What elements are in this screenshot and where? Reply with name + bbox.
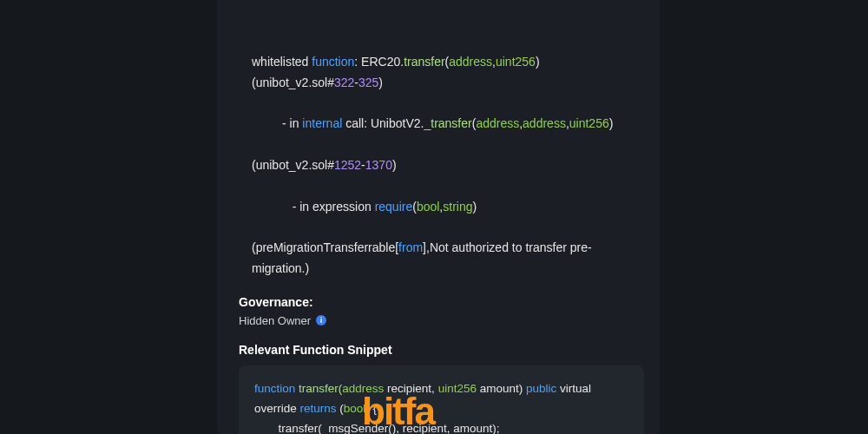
text: - in expression	[272, 200, 374, 214]
method-name: _transfer	[424, 116, 471, 130]
text: call: UnibotV2.	[342, 116, 424, 130]
code-snippet: function transfer(address recipient, uin…	[239, 365, 644, 434]
keyword-require: require	[375, 200, 413, 214]
paren: )	[609, 116, 614, 130]
trace-line-1: whitelisted function: ERC20.transfer(add…	[252, 52, 634, 73]
governance-heading: Governance:	[239, 295, 660, 309]
line-number: 322	[334, 76, 354, 89]
paren: )	[378, 76, 383, 89]
type-bool: bool	[417, 200, 439, 214]
keyword-function: function	[312, 55, 354, 69]
code-line-2: _transfer(_msgSender(), recipient, amoun…	[254, 419, 628, 434]
method-name: transfer	[404, 55, 444, 69]
type-uint256: uint256	[438, 382, 477, 395]
trace-line-6: (preMigrationTransferrable[from],Not aut…	[252, 238, 634, 279]
paren: )	[536, 55, 540, 69]
line-number: 1370	[365, 158, 392, 172]
text: : ERC20.	[354, 55, 404, 69]
line-number: 325	[358, 76, 378, 89]
var-from: from	[398, 240, 423, 254]
text: whitelisted	[252, 55, 312, 69]
paren: (	[337, 402, 344, 415]
type-uint256: uint256	[569, 116, 609, 130]
keyword-public: public	[526, 382, 556, 395]
bitfa-logo: bitfa	[362, 392, 434, 431]
trace-line-2: (unibot_v2.sol#322-325)	[252, 73, 634, 94]
trace-line-3: - in internal call: UnibotV2._transfer(a…	[252, 94, 634, 155]
trace-line-5: - in expression require(bool,string)	[252, 176, 634, 238]
snippet-heading: Relevant Function Snippet	[239, 343, 660, 357]
line-number: 1252	[334, 158, 361, 172]
keyword-returns: returns	[300, 402, 337, 415]
text: (unibot_v2.sol#	[252, 76, 334, 89]
type-address: address	[476, 116, 519, 130]
trace-block: whitelisted function: ERC20.transfer(add…	[217, 0, 660, 279]
text: - in	[272, 116, 302, 130]
governance-value: Hidden Owner	[239, 314, 311, 327]
code-line-1: function transfer(address recipient, uin…	[254, 379, 628, 419]
keyword-internal: internal	[302, 116, 342, 130]
keyword-function: function	[254, 382, 295, 395]
param: amount)	[477, 382, 526, 395]
type-address: address	[449, 55, 492, 69]
report-panel: whitelisted function: ERC20.transfer(add…	[217, 0, 660, 434]
text: (unibot_v2.sol#	[252, 158, 334, 172]
method-name: transfer(	[295, 382, 342, 395]
paren: )	[472, 200, 477, 214]
type-address: address	[523, 116, 566, 130]
trace-line-4: (unibot_v2.sol#1252-1370)	[252, 155, 634, 176]
governance-row: Hidden Owner i	[239, 314, 660, 327]
type-string: string	[443, 200, 472, 214]
type-uint256: uint256	[496, 55, 536, 69]
text: (preMigrationTransferrable[	[252, 240, 398, 254]
paren: )	[392, 158, 397, 172]
info-icon[interactable]: i	[316, 315, 326, 326]
logo-text: bitfa	[362, 392, 434, 431]
